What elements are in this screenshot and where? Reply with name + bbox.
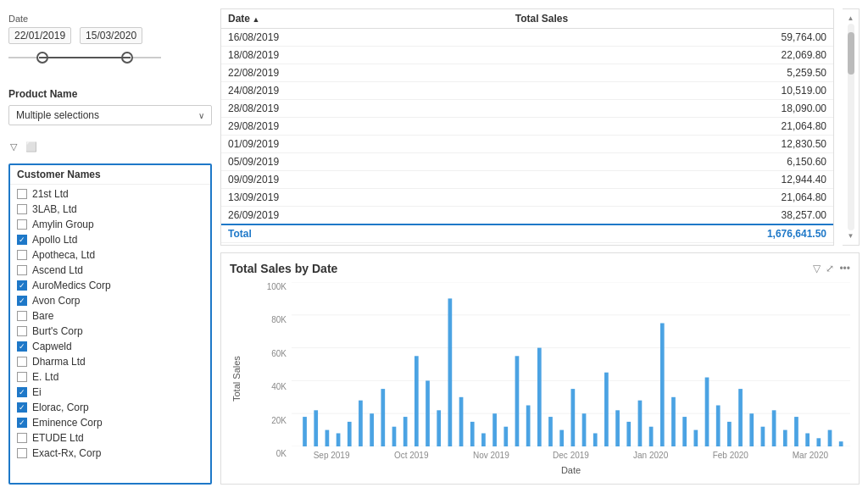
bar[interactable] (370, 413, 374, 446)
customer-item[interactable]: ✓Eminence Corp (10, 415, 210, 430)
bar[interactable] (481, 433, 486, 446)
bar[interactable] (348, 422, 352, 446)
bar[interactable] (615, 410, 620, 446)
bar[interactable] (515, 356, 520, 446)
customer-checkbox[interactable] (17, 204, 27, 214)
bar[interactable] (526, 406, 531, 447)
customer-checkbox[interactable]: ✓ (17, 387, 27, 397)
bar[interactable] (470, 422, 475, 446)
scroll-thumb[interactable] (848, 32, 854, 75)
customer-item[interactable]: Amylin Group (10, 217, 210, 232)
bar[interactable] (727, 422, 732, 446)
customer-item[interactable]: E. Ltd (10, 369, 210, 385)
bar[interactable] (459, 397, 464, 446)
bar[interactable] (437, 410, 441, 446)
bar[interactable] (604, 373, 609, 446)
bar[interactable] (548, 417, 553, 446)
customer-checkbox[interactable]: ✓ (17, 235, 27, 245)
customer-item[interactable]: ✓Apollo Ltd (10, 232, 210, 247)
customer-item[interactable]: Ascend Ltd (10, 263, 210, 278)
bar[interactable] (828, 430, 832, 446)
bar[interactable] (660, 324, 665, 447)
customer-item[interactable]: ✓Ei (10, 385, 210, 400)
customer-checkbox[interactable] (17, 189, 27, 199)
customer-item[interactable]: ✓Elorac, Corp (10, 400, 210, 415)
bar[interactable] (392, 427, 397, 446)
customer-checkbox[interactable] (17, 357, 27, 367)
bar[interactable] (504, 427, 508, 446)
bar[interactable] (448, 298, 453, 446)
bar[interactable] (537, 348, 542, 446)
customer-checkbox[interactable] (17, 311, 27, 321)
bar[interactable] (772, 410, 776, 446)
bar[interactable] (326, 430, 330, 446)
image-icon[interactable]: ⬜ (24, 141, 39, 153)
bar[interactable] (649, 427, 654, 446)
col-date[interactable]: Date (221, 9, 509, 29)
customer-item[interactable]: Apotheca, Ltd (10, 247, 210, 263)
bar[interactable] (403, 417, 408, 446)
table-row[interactable]: 24/08/201910,519.00 (221, 82, 833, 100)
bar[interactable] (738, 389, 743, 446)
bar[interactable] (415, 356, 419, 446)
bar[interactable] (571, 389, 576, 446)
scroll-track[interactable] (848, 24, 854, 230)
customer-item[interactable]: Dharma Ltd (10, 354, 210, 369)
customer-item[interactable]: ETUDE Ltd (10, 430, 210, 446)
col-sales[interactable]: Total Sales (509, 9, 833, 29)
slider-thumb-right[interactable] (121, 52, 133, 64)
customer-checkbox[interactable]: ✓ (17, 418, 27, 428)
bar[interactable] (359, 401, 363, 446)
customer-item[interactable]: ✓Avon Corp (10, 293, 210, 308)
table-row[interactable]: 13/09/201921,064.80 (221, 189, 833, 207)
customer-item[interactable]: Exact-Rx, Corp (10, 446, 210, 461)
customer-item[interactable]: Bare (10, 308, 210, 324)
bar[interactable] (559, 430, 564, 446)
customer-checkbox[interactable]: ✓ (17, 280, 27, 291)
table-row[interactable]: 16/08/201959,764.00 (221, 29, 833, 47)
customer-checkbox[interactable] (17, 448, 27, 458)
table-row[interactable]: 29/08/201921,064.80 (221, 118, 833, 136)
chart-more-icon[interactable]: ••• (839, 263, 850, 274)
customer-checkbox[interactable]: ✓ (17, 402, 27, 413)
bar[interactable] (337, 433, 341, 446)
customer-item[interactable]: 21st Ltd (10, 186, 210, 202)
table-row[interactable]: 01/09/201912,830.50 (221, 136, 833, 153)
bar[interactable] (805, 433, 810, 446)
customer-item[interactable]: Burt's Corp (10, 324, 210, 339)
bar[interactable] (816, 438, 821, 446)
customer-checkbox[interactable] (17, 250, 27, 260)
bar[interactable] (671, 397, 676, 446)
bar[interactable] (426, 380, 430, 446)
customer-checkbox[interactable]: ✓ (17, 296, 27, 306)
bar[interactable] (783, 430, 787, 446)
bar[interactable] (682, 417, 687, 446)
bar[interactable] (705, 378, 709, 446)
bar[interactable] (716, 406, 721, 447)
date-slider[interactable] (8, 49, 212, 66)
bar[interactable] (693, 430, 698, 446)
chart-filter-icon[interactable]: ▽ (813, 263, 821, 274)
chart-expand-icon[interactable]: ⤢ (826, 263, 834, 274)
date-end[interactable]: 15/03/2020 (80, 27, 142, 44)
bar[interactable] (761, 427, 765, 446)
table-scroll[interactable]: Date Total Sales 16/08/201959,764.0018/0… (221, 9, 833, 245)
customer-item[interactable]: 3LAB, Ltd (10, 202, 210, 217)
bar[interactable] (303, 417, 307, 446)
scroll-arrow-down[interactable]: ▼ (846, 230, 856, 241)
customer-checkbox[interactable]: ✓ (17, 341, 27, 352)
bar[interactable] (638, 401, 643, 446)
table-row[interactable]: 05/09/20196,150.60 (221, 153, 833, 171)
bar[interactable] (839, 441, 843, 446)
scroll-arrow-up[interactable]: ▲ (846, 13, 856, 24)
customer-checkbox[interactable] (17, 265, 27, 275)
customer-checkbox[interactable] (17, 433, 27, 443)
filter-icon[interactable]: ▽ (8, 141, 19, 153)
bar[interactable] (492, 413, 497, 446)
table-row[interactable]: 26/09/201938,257.00 (221, 207, 833, 225)
table-row[interactable]: 28/08/201918,090.00 (221, 100, 833, 118)
customer-item[interactable]: ✓AuroMedics Corp (10, 278, 210, 293)
bar[interactable] (381, 389, 385, 446)
bar[interactable] (593, 433, 598, 446)
slider-thumb-left[interactable] (36, 52, 48, 64)
